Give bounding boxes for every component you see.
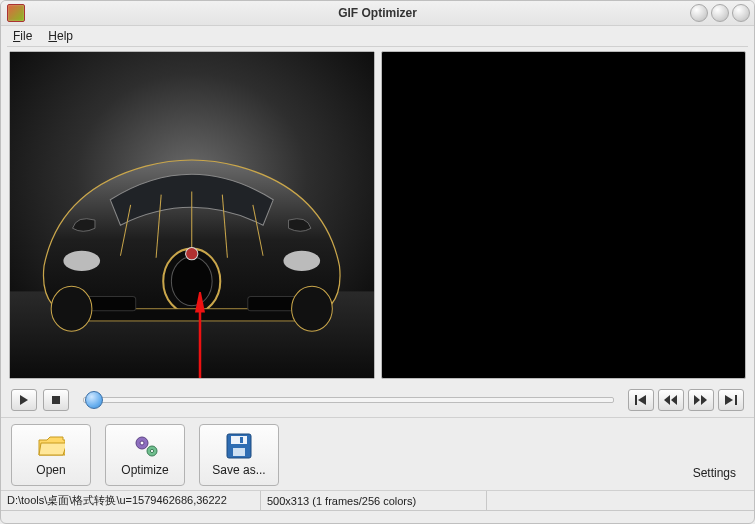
svg-point-24 — [150, 449, 153, 452]
frame-nav-group — [628, 389, 744, 411]
app-window: GIF Optimizer File Help — [0, 0, 755, 524]
status-empty — [487, 491, 754, 511]
menubar: File Help — [1, 26, 754, 46]
app-icon — [7, 4, 25, 22]
svg-rect-28 — [240, 437, 243, 443]
gears-icon — [131, 433, 159, 459]
slider-track — [83, 397, 614, 403]
playback-controls — [1, 383, 754, 417]
slider-thumb[interactable] — [85, 391, 103, 409]
play-icon — [19, 395, 29, 405]
stop-icon — [52, 396, 60, 404]
stop-button[interactable] — [43, 389, 69, 411]
maximize-button[interactable] — [711, 4, 729, 22]
save-as-label: Save as... — [212, 463, 265, 477]
settings-link[interactable]: Settings — [693, 466, 736, 486]
floppy-icon — [225, 433, 253, 459]
svg-point-9 — [186, 248, 198, 260]
source-image — [10, 52, 374, 378]
svg-point-16 — [292, 286, 333, 331]
svg-rect-18 — [52, 396, 60, 404]
folder-icon — [37, 433, 65, 459]
last-frame-button[interactable] — [718, 389, 744, 411]
output-preview-pane — [381, 51, 747, 379]
svg-rect-26 — [231, 436, 247, 444]
svg-point-15 — [51, 286, 92, 331]
close-button[interactable] — [732, 4, 750, 22]
optimize-button[interactable]: Optimize — [105, 424, 185, 486]
next-icon — [694, 395, 708, 405]
next-frame-button[interactable] — [688, 389, 714, 411]
menu-file[interactable]: File — [5, 27, 40, 45]
main-toolbar: Open Optimize — [1, 417, 754, 491]
prev-frame-button[interactable] — [658, 389, 684, 411]
svg-point-11 — [283, 251, 320, 271]
preview-area — [1, 47, 754, 383]
titlebar: GIF Optimizer — [1, 1, 754, 26]
svg-point-22 — [140, 441, 144, 445]
svg-point-8 — [171, 257, 212, 306]
window-title: GIF Optimizer — [1, 6, 754, 20]
window-controls — [690, 4, 750, 22]
status-path: D:\tools\桌面\格式转换\u=1579462686,36222 — [1, 491, 261, 511]
save-as-button[interactable]: Save as... — [199, 424, 279, 486]
play-button[interactable] — [11, 389, 37, 411]
first-icon — [635, 395, 647, 405]
statusbar: D:\tools\桌面\格式转换\u=1579462686,36222 500x… — [1, 491, 754, 511]
menu-help[interactable]: Help — [40, 27, 81, 45]
minimize-button[interactable] — [690, 4, 708, 22]
last-icon — [725, 395, 737, 405]
open-button[interactable]: Open — [11, 424, 91, 486]
first-frame-button[interactable] — [628, 389, 654, 411]
frame-slider[interactable] — [83, 390, 614, 410]
car-svg — [10, 52, 374, 378]
open-label: Open — [36, 463, 65, 477]
optimize-label: Optimize — [121, 463, 168, 477]
svg-rect-27 — [233, 448, 245, 456]
svg-rect-20 — [735, 395, 737, 405]
svg-rect-19 — [635, 395, 637, 405]
status-info: 500x313 (1 frames/256 colors) — [261, 491, 487, 511]
prev-icon — [664, 395, 678, 405]
svg-point-10 — [63, 251, 100, 271]
source-preview-pane — [9, 51, 375, 379]
